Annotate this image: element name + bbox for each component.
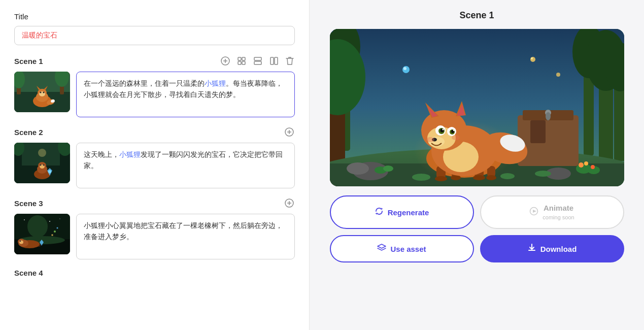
- svg-point-107: [435, 176, 447, 181]
- animate-icon: [529, 207, 538, 218]
- download-button[interactable]: Download: [480, 235, 624, 262]
- svg-point-133: [412, 174, 430, 181]
- scene-2-icons: [284, 126, 295, 138]
- scene-4-block: Scene 4: [14, 269, 295, 277]
- svg-rect-6: [242, 61, 245, 64]
- scene-3-thumbnail[interactable]: [14, 214, 70, 254]
- svg-point-82: [347, 162, 369, 175]
- main-scene-svg: [330, 29, 624, 186]
- svg-point-130: [452, 135, 460, 140]
- scene-2-block: Scene 2: [14, 126, 295, 188]
- scene-1-thumbnail[interactable]: [14, 72, 70, 112]
- layers-icon: [377, 243, 386, 254]
- title-label: Title: [14, 12, 295, 21]
- animate-button[interactable]: Animatecoming soon: [480, 195, 624, 229]
- svg-rect-10: [275, 57, 278, 64]
- regenerate-icon: [375, 207, 384, 218]
- scene-2-add-btn[interactable]: [284, 126, 295, 138]
- use-asset-label: Use asset: [390, 245, 426, 253]
- svg-point-93: [591, 165, 595, 169]
- svg-rect-4: [242, 57, 245, 60]
- svg-marker-137: [533, 210, 536, 213]
- svg-point-134: [500, 173, 515, 179]
- add-icon-2: [285, 127, 294, 137]
- add-icon: [221, 56, 230, 65]
- layout3-icon: [269, 56, 279, 65]
- svg-point-50: [24, 219, 25, 220]
- scene-3-add-btn[interactable]: [284, 197, 295, 209]
- svg-point-124: [453, 130, 454, 131]
- svg-point-53: [59, 218, 60, 219]
- svg-rect-9: [270, 57, 274, 64]
- svg-point-90: [579, 162, 584, 168]
- action-buttons: Regenerate Animatecoming soon Use asset: [330, 195, 624, 262]
- scene-2-thumb-img: [14, 143, 70, 183]
- download-arrow-icon: [527, 243, 536, 252]
- layout2-icon: [253, 56, 262, 65]
- svg-point-63: [54, 230, 56, 233]
- svg-point-64: [57, 227, 58, 229]
- use-asset-button[interactable]: Use asset: [330, 235, 474, 262]
- scene-3-header: Scene 3: [14, 197, 295, 209]
- svg-rect-86: [530, 120, 546, 143]
- scene-1-layout1-btn[interactable]: [236, 55, 247, 67]
- scene-1-layout2-btn[interactable]: [252, 55, 263, 67]
- svg-point-42: [43, 164, 45, 166]
- scene-4-header: Scene 4: [14, 269, 295, 277]
- right-panel: Scene 1: [310, 0, 644, 330]
- animate-label: Animatecoming soon: [543, 204, 574, 221]
- scene-2-text[interactable]: 这天晚上，小狐狸发现了一颗闪闪发光的宝石，它决定把它带回家。: [76, 143, 295, 188]
- scene-1-header: Scene 1: [14, 55, 295, 67]
- svg-point-108: [451, 175, 461, 180]
- svg-point-65: [51, 234, 53, 236]
- svg-point-95: [383, 166, 393, 172]
- svg-point-36: [38, 149, 46, 157]
- scene-1-block: Scene 1: [14, 55, 295, 117]
- svg-point-24: [43, 92, 45, 93]
- svg-point-110: [486, 175, 496, 180]
- scene-3-title: Scene 3: [14, 199, 284, 208]
- regenerate-button[interactable]: Regenerate: [330, 195, 474, 229]
- play-circle-icon: [529, 207, 538, 216]
- scene-1-layout3-btn[interactable]: [268, 55, 280, 67]
- trash-icon: [286, 56, 294, 65]
- scene-2-title: Scene 2: [14, 128, 284, 137]
- svg-point-123: [442, 129, 444, 130]
- svg-point-88: [546, 112, 551, 120]
- svg-point-100: [556, 73, 560, 77]
- scene-3-text[interactable]: 小狐狸小心翼翼地把宝石藏在了一棵老橡树下，然后躺在旁边，准备进入梦乡。: [76, 214, 295, 259]
- scene-3-thumb-img: [14, 214, 70, 254]
- svg-point-135: [535, 171, 551, 177]
- scene-3-content: 小狐狸小心翼翼地把宝石藏在了一棵老橡树下，然后躺在旁边，准备进入梦乡。: [14, 214, 295, 259]
- svg-point-129: [426, 137, 434, 142]
- svg-point-23: [40, 92, 42, 93]
- download-label: Download: [540, 245, 577, 253]
- scene-1-delete-btn[interactable]: [285, 55, 295, 67]
- scene-viewer-title: Scene 1: [459, 10, 494, 21]
- svg-point-97: [403, 67, 406, 70]
- svg-point-61: [20, 241, 21, 242]
- svg-rect-8: [254, 61, 261, 64]
- scene-2-content: 这天晚上，小狐狸发现了一颗闪闪发光的宝石，它决定把它带回家。: [14, 143, 295, 188]
- add-icon-3: [285, 199, 294, 208]
- svg-point-41: [40, 164, 42, 166]
- download-icon: [527, 243, 536, 254]
- svg-point-44: [48, 170, 51, 173]
- scene-1-text[interactable]: 在一个遥远的森林里，住着一只温柔的小狐狸。每当夜幕降临，小狐狸就会在月光下散步，…: [76, 72, 295, 117]
- stack-icon: [377, 243, 386, 252]
- grid-icon: [237, 56, 246, 65]
- left-panel: Title Scene 1: [0, 0, 310, 330]
- svg-rect-3: [238, 57, 241, 60]
- scene-3-icons: [284, 197, 295, 209]
- scene-1-add-btn[interactable]: [220, 55, 231, 67]
- svg-point-98: [530, 57, 535, 62]
- svg-rect-84: [518, 115, 579, 166]
- scene-1-thumb-img: [14, 72, 70, 112]
- title-input[interactable]: [14, 26, 295, 45]
- scene-1-title: Scene 1: [14, 57, 220, 65]
- scene-4-title: Scene 4: [14, 269, 295, 277]
- regenerate-label: Regenerate: [388, 208, 429, 217]
- svg-point-99: [531, 57, 533, 59]
- svg-point-55: [27, 215, 48, 238]
- scene-2-thumbnail[interactable]: [14, 143, 70, 183]
